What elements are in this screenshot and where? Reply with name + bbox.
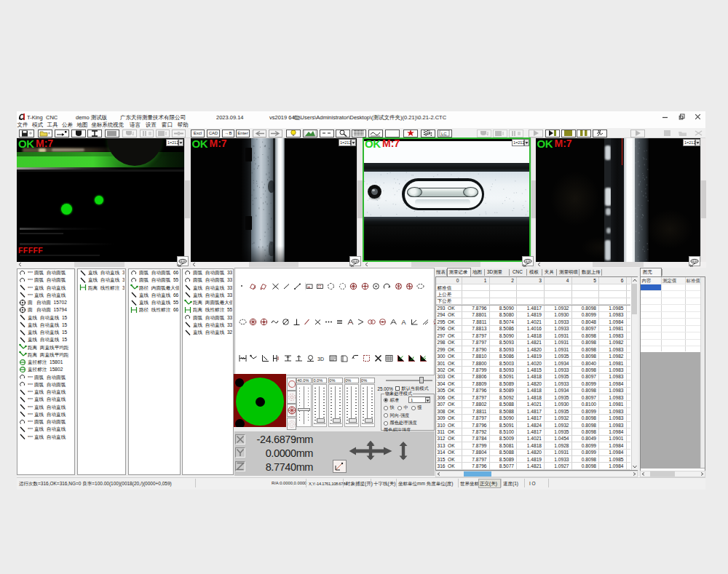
svg-text:LC: LC xyxy=(441,132,447,136)
svg-text:3D: 3D xyxy=(317,356,324,361)
svg-text:A: A xyxy=(401,319,405,326)
